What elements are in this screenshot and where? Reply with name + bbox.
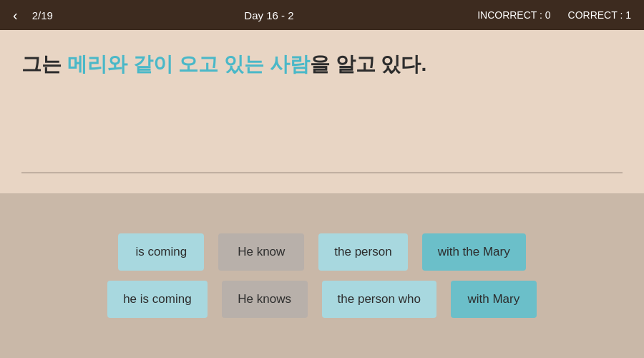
sentence-highlight: 메리와 같이 오고 있는 사람	[67, 53, 310, 75]
sentence-prefix: 그는	[21, 53, 67, 75]
header: ‹ 2/19 Day 16 - 2 INCORRECT : 0 CORRECT …	[0, 0, 644, 30]
word-chip-w6[interactable]: He knows	[222, 281, 308, 318]
word-chip-w1[interactable]: is coming	[118, 233, 204, 271]
word-choices-panel: is comingHe knowthe personwith the Mary …	[0, 193, 644, 358]
word-chip-w2[interactable]: He know	[218, 233, 304, 271]
day-title: Day 16 - 2	[61, 9, 477, 21]
word-chip-w4[interactable]: with the Mary	[422, 233, 526, 271]
word-chip-w5[interactable]: he is coming	[107, 281, 207, 318]
word-chip-w3[interactable]: the person	[318, 233, 407, 271]
sentence-panel: 그는 메리와 같이 오고 있는 사람을 알고 있다.	[0, 30, 644, 193]
answer-line	[21, 173, 623, 173]
sentence-suffix: 을 알고 있다.	[310, 53, 426, 75]
word-chip-w8[interactable]: with Mary	[451, 281, 537, 318]
word-row-1: is comingHe knowthe personwith the Mary	[43, 233, 601, 271]
progress-indicator: 2/19	[32, 9, 61, 21]
correct-count: CORRECT : 1	[568, 9, 631, 21]
back-button[interactable]: ‹	[13, 7, 18, 24]
korean-sentence: 그는 메리와 같이 오고 있는 사람을 알고 있다.	[21, 50, 623, 78]
word-row-2: he is comingHe knowsthe person whowith M…	[43, 281, 601, 318]
word-chip-w7[interactable]: the person who	[322, 281, 436, 318]
incorrect-count: INCORRECT : 0	[477, 9, 550, 21]
